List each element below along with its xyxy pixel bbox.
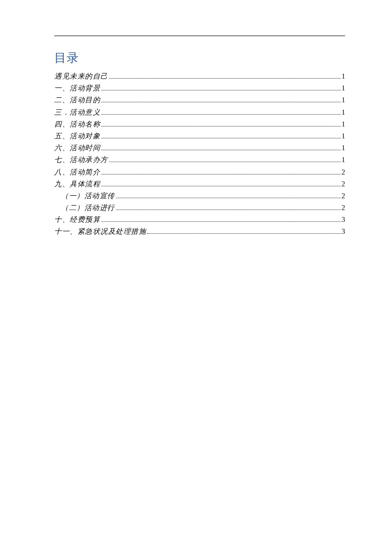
toc-entry-page: 1 bbox=[342, 94, 345, 106]
document-page: 目录 遇见未来的自己1一、活动背景1二、活动目的1三．活动意义1四、活动名称1五… bbox=[0, 0, 392, 278]
toc-entry-label: 一、活动背景 bbox=[54, 83, 100, 94]
toc-leader-dots bbox=[101, 126, 341, 127]
toc-leader-dots bbox=[101, 102, 341, 102]
toc-entry-page: 3 bbox=[342, 226, 345, 237]
toc-entry-label: 六、活动时间 bbox=[54, 142, 100, 154]
toc-entry: 四、活动名称1 bbox=[54, 119, 345, 130]
toc-entry-page: 2 bbox=[342, 190, 345, 202]
toc-entry: 六、活动时间1 bbox=[54, 142, 345, 154]
toc-leader-dots bbox=[101, 114, 341, 115]
toc-entry-page: 2 bbox=[342, 178, 345, 190]
toc-entry: 十、经费预算3 bbox=[54, 214, 345, 225]
toc-leader-dots bbox=[101, 186, 341, 186]
toc-title: 目录 bbox=[54, 50, 345, 66]
toc-leader-dots bbox=[101, 174, 341, 174]
toc-leader-dots bbox=[116, 198, 341, 198]
toc-entry: 十一、紧急状况及处理措施3 bbox=[54, 226, 345, 237]
toc-entry-label: （二）活动进行 bbox=[61, 202, 115, 213]
toc-entry-label: （一）活动宣传 bbox=[61, 190, 115, 202]
toc-entry-label: 四、活动名称 bbox=[54, 119, 100, 130]
toc-entry-page: 3 bbox=[342, 214, 345, 225]
toc-leader-dots bbox=[109, 162, 341, 162]
toc-entry-label: 七、活动承办方 bbox=[54, 154, 108, 166]
toc-leader-dots bbox=[116, 210, 341, 210]
toc-entry: （二）活动进行2 bbox=[54, 202, 345, 213]
toc-entry-page: 1 bbox=[342, 142, 345, 154]
toc-entry-page: 2 bbox=[342, 167, 345, 178]
toc-entry-page: 1 bbox=[342, 83, 345, 94]
toc-entry-label: 二、活动目的 bbox=[54, 94, 100, 106]
toc-entry: 八、活动简介2 bbox=[54, 167, 345, 178]
toc-entry-label: 三．活动意义 bbox=[54, 107, 100, 118]
toc-entry-label: 遇见未来的自己 bbox=[54, 71, 108, 82]
toc-entry: 九、具体流程2 bbox=[54, 178, 345, 190]
toc-entry-page: 1 bbox=[342, 130, 345, 142]
toc-entry: 二、活动目的1 bbox=[54, 94, 345, 106]
toc-entry-label: 五、活动对象 bbox=[54, 130, 100, 142]
toc-entry-page: 1 bbox=[342, 107, 345, 118]
toc-entry: 七、活动承办方1 bbox=[54, 154, 345, 166]
toc-entry-label: 九、具体流程 bbox=[54, 178, 100, 190]
toc-entry-page: 1 bbox=[342, 154, 345, 166]
toc-entry-label: 八、活动简介 bbox=[54, 167, 100, 178]
toc-entry-page: 2 bbox=[342, 202, 345, 213]
toc-leader-dots bbox=[101, 150, 341, 150]
toc-entry-label: 十一、紧急状况及处理措施 bbox=[54, 226, 146, 237]
toc-list: 遇见未来的自己1一、活动背景1二、活动目的1三．活动意义1四、活动名称1五、活动… bbox=[54, 71, 345, 238]
toc-entry-page: 1 bbox=[342, 71, 345, 82]
toc-leader-dots bbox=[101, 221, 341, 222]
toc-entry-page: 1 bbox=[342, 119, 345, 130]
toc-leader-dots bbox=[147, 233, 341, 234]
toc-entry: （一）活动宣传2 bbox=[54, 190, 345, 202]
toc-entry: 五、活动对象1 bbox=[54, 130, 345, 142]
toc-leader-dots bbox=[101, 138, 341, 138]
toc-entry-label: 十、经费预算 bbox=[54, 214, 100, 225]
toc-entry: 遇见未来的自己1 bbox=[54, 71, 345, 82]
header-rule bbox=[54, 36, 345, 36]
toc-leader-dots bbox=[101, 90, 341, 90]
toc-entry: 三．活动意义1 bbox=[54, 107, 345, 118]
toc-entry: 一、活动背景1 bbox=[54, 83, 345, 94]
toc-leader-dots bbox=[109, 78, 341, 79]
